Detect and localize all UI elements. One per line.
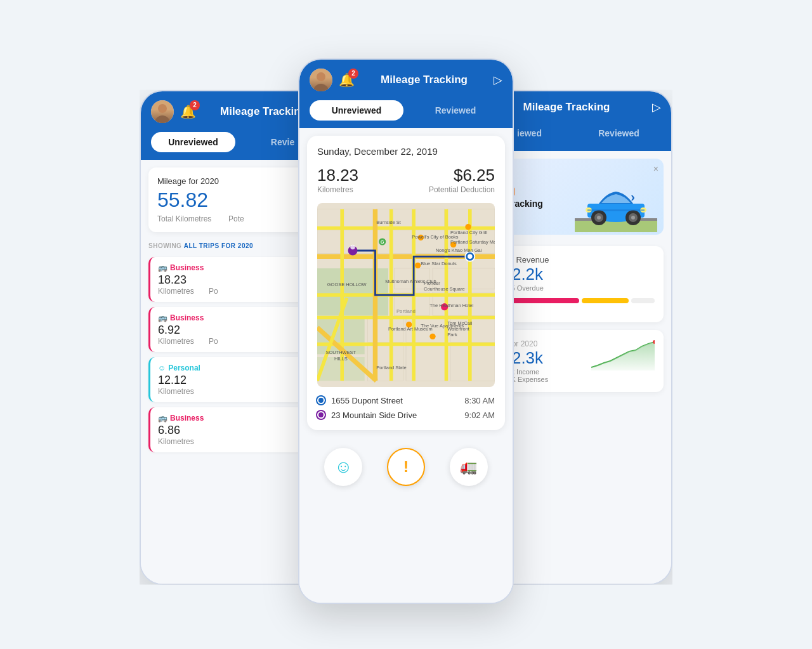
svg-point-83 [631, 216, 635, 220]
svg-text:Pioneer: Pioneer [424, 280, 440, 286]
right-send-icon[interactable]: ▷ [652, 100, 661, 114]
svg-text:Nong's Khao Man Gai: Nong's Khao Man Gai [436, 247, 482, 252]
warn-button[interactable]: ! [387, 448, 425, 486]
send-icon[interactable]: ▷ [494, 73, 502, 87]
km-stat: 18.23 Kilometres [317, 166, 358, 194]
svg-text:Blue Star Donuts: Blue Star Donuts [421, 261, 457, 266]
trip-category-1: 🚌 Business [158, 263, 320, 272]
map-container: G Portland [317, 203, 495, 387]
svg-point-49 [465, 224, 471, 230]
waypoint-end: 23 Mountain Side Drive 9:02 AM [317, 410, 495, 420]
center-avatar [310, 69, 332, 91]
svg-text:G: G [381, 239, 384, 244]
km-value: 18.23 [317, 166, 358, 185]
svg-text:HILLS: HILLS [334, 355, 348, 361]
waypoints: 1655 Dupont Street 8:30 AM 23 Mountain S… [317, 396, 495, 420]
deduction-value: $6.25 [429, 166, 495, 185]
tab-unreviewed[interactable]: Unreviewed [151, 132, 235, 152]
trip-unit-3: Kilometres [158, 387, 320, 396]
end-dot [317, 411, 325, 419]
trip-unit-4: Kilometres [158, 437, 320, 446]
trip-unit-2: Kilometres Po [158, 337, 320, 346]
svg-rect-24 [450, 345, 495, 381]
svg-rect-6 [317, 230, 341, 253]
promo-close[interactable]: × [653, 164, 658, 174]
svg-text:Tom McCall: Tom McCall [447, 320, 472, 325]
svg-text:Park: Park [447, 332, 457, 338]
center-phone-header: 🔔 2 Mileage Tracking ▷ [299, 60, 513, 100]
start-dot [317, 397, 325, 404]
trip-category-4: 🚌 Business [158, 414, 320, 423]
warn-icon: ! [403, 458, 409, 476]
deduction-label: Potential Deduction [429, 185, 495, 194]
avatar [151, 100, 174, 123]
happy-icon: ☺ [334, 457, 353, 477]
trip-date: Sunday, December 22, 2019 [317, 146, 495, 157]
map-svg: G Portland [317, 203, 495, 387]
total-km-value: 55.82 [157, 188, 318, 212]
trip-detail-card: Sunday, December 22, 2019 18.23 Kilometr… [307, 136, 505, 430]
svg-text:SOUTHWEST: SOUTHWEST [326, 350, 357, 355]
center-phone: 🔔 2 Mileage Tracking ▷ Unreviewed Review… [298, 58, 514, 604]
waypoint-start: 1655 Dupont Street 8:30 AM [317, 396, 495, 405]
center-notification-bell[interactable]: 🔔 2 [339, 72, 355, 88]
svg-point-41 [350, 244, 355, 249]
svg-rect-15 [471, 268, 495, 289]
total-km-label: Total Kilometres Pote [157, 214, 318, 223]
overdue-label: due [494, 306, 655, 313]
center-tab-bar: Unreviewed Reviewed [299, 100, 513, 128]
trip-unit-1: Kilometres Po [158, 287, 320, 296]
right-tab-reviewed[interactable]: Reviewed [577, 123, 661, 143]
happy-button[interactable]: ☺ [324, 448, 362, 486]
progress-bar [494, 298, 655, 303]
trip-km-4: 6.86 [158, 424, 320, 437]
notification-badge: 2 [190, 100, 200, 110]
profit-chart [591, 339, 655, 370]
svg-point-80 [597, 216, 601, 220]
deduction-stat: $6.25 Potential Deduction [429, 166, 495, 194]
km-label: Kilometres [317, 185, 358, 194]
trip-km-2: 6.92 [158, 324, 320, 337]
revenue-header: nding Revenue $12.2k $6,095 Overdue [494, 255, 655, 292]
svg-point-47 [415, 262, 421, 268]
svg-rect-1 [317, 209, 341, 226]
svg-text:Portland State: Portland State [376, 364, 406, 370]
center-notification-badge: 2 [348, 69, 358, 79]
svg-rect-2 [344, 209, 374, 226]
center-tab-reviewed[interactable]: Reviewed [409, 100, 502, 121]
svg-point-51 [429, 333, 435, 339]
trip-km-1: 18.23 [158, 273, 320, 287]
trip-stats: 18.23 Kilometres $6.25 Potential Deducti… [317, 166, 495, 194]
svg-text:Portland City Grill: Portland City Grill [450, 229, 487, 235]
progress-pending [582, 298, 629, 303]
svg-text:Courthouse Square: Courthouse Square [424, 286, 465, 292]
svg-text:The Heathman Hotel: The Heathman Hotel [429, 302, 473, 308]
svg-text:Portland Saturday Market: Portland Saturday Market [450, 239, 495, 244]
notification-bell[interactable]: 🔔 2 [180, 104, 196, 119]
summary-title: Mileage for 2020 [157, 176, 318, 186]
profit-header: rofit for 2020 $22.3k $54.3k Income $32.… [494, 339, 655, 383]
svg-rect-86 [587, 209, 645, 211]
svg-text:Portland: Portland [396, 308, 416, 314]
promo-chevron[interactable]: › [631, 189, 635, 204]
end-time: 9:02 AM [464, 410, 495, 420]
trip-km-3: 12.12 [158, 374, 320, 387]
svg-text:Waterfront: Waterfront [447, 326, 469, 332]
car-illustration [575, 175, 657, 235]
center-header-title: Mileage Tracking [361, 74, 487, 86]
svg-text:GOOSE HOLLOW: GOOSE HOLLOW [327, 282, 367, 287]
center-tab-unreviewed[interactable]: Unreviewed [310, 100, 403, 121]
action-bar: ☺ ! 🚛 [299, 438, 513, 496]
truck-icon: 🚛 [460, 459, 477, 475]
trip-category-2: 🚌 Business [158, 313, 320, 322]
scene: 🔔 2 Mileage Tracking Unreviewed Revie Mi… [121, 39, 691, 610]
svg-point-43 [468, 254, 472, 258]
center-phone-content: Sunday, December 22, 2019 18.23 Kilometr… [299, 128, 513, 603]
end-address: 23 Mountain Side Drive [331, 410, 417, 420]
svg-rect-4 [415, 209, 445, 226]
progress-empty [631, 298, 655, 303]
start-time: 8:30 AM [464, 396, 495, 405]
truck-button[interactable]: 🚛 [450, 448, 488, 486]
start-address: 1655 Dupont Street [331, 396, 403, 405]
trip-category-3: ☺ Personal [158, 364, 320, 372]
